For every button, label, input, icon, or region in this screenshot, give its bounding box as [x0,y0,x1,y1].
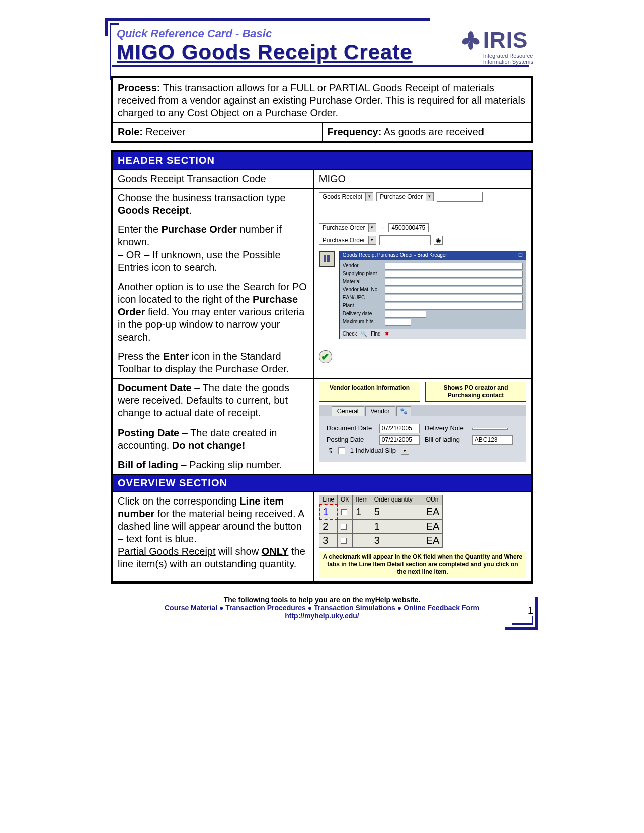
find-icon: 🔍 [361,331,367,338]
sap-po-value: 4500000475 [389,224,429,232]
grid-h-line: Line [319,495,338,505]
frequency-label: Frequency: [328,126,382,137]
possible-entries-icon[interactable]: ◉ [434,236,443,245]
callout-vendor: Vendor location information [319,382,420,402]
grid-item-3 [353,534,371,548]
grid-h-oun: OUn [423,495,443,505]
sap-dd2-text: Purchase Order [377,193,426,201]
ps-f0: Vendor [343,263,383,269]
cancel-icon[interactable]: ✖ [385,331,389,338]
sap-po-label: Purchase Order [319,224,368,232]
frequency-value: As goods are received [384,126,484,137]
sap-blank-field[interactable] [437,192,483,202]
ps-f2: Material [343,279,383,285]
ps-f4: EAN/UPC [343,295,383,301]
ok-checkbox[interactable] [341,524,347,530]
instruction-box: HEADER SECTION Goods Receipt Transaction… [111,150,533,584]
slip-text: 1 Individual Slip [350,447,396,455]
grid-oun-1: EA [423,505,443,519]
r4-b: Enter [163,351,189,362]
ps-inp[interactable] [385,295,523,302]
svg-rect-4 [324,255,326,262]
grid-qty-2: 1 [371,519,423,534]
page-subtitle: Quick Reference Card - Basic [117,27,533,40]
po-search-title: Goods Receipt Purchase Order - Brad Krea… [343,252,447,259]
po-search-find[interactable]: Find [371,331,380,338]
ov-p2a: Partial Goods Receipt [118,546,216,557]
footer-line1: The following tools to help you are on t… [111,596,533,604]
po-search-check[interactable]: Check [343,331,357,338]
grid-line-1[interactable]: 1 [319,505,338,519]
close-icon[interactable]: ☐ [518,252,523,259]
tab-vendor[interactable]: Vendor [365,406,395,416]
footer-url[interactable]: http://myhelp.uky.edu/ [111,612,533,620]
tab-extra-icon[interactable]: 🐾 [396,406,411,416]
ps-inp[interactable] [385,303,523,310]
delnote-value[interactable] [472,428,508,430]
ps-inp[interactable] [385,311,426,318]
print-icon[interactable]: 🖨 [327,447,333,455]
grid-line-2[interactable]: 2 [319,519,338,534]
grid-line-3[interactable]: 3 [319,534,338,548]
r3-a: Enter the [118,224,162,235]
sap-dropdown-goods-receipt[interactable]: Goods Receipt ▾ [319,192,373,201]
grid-row[interactable]: 3 3 EA [319,534,443,548]
grid-oun-2: EA [423,519,443,534]
role-value: Receiver [146,126,186,137]
process-label: Process: [118,82,160,93]
grid-oun-3: EA [423,534,443,548]
sap-dd1-text: Goods Receipt [319,193,365,201]
r5-post-c: Do not change! [172,440,246,451]
r3-or: – OR – If unknown, use the Possible Entr… [118,248,308,274]
postdate-label: Posting Date [327,436,374,444]
callout-creator: Shows PO creator and Purchasing contact [425,382,526,402]
sap-dropdown-purchase-order[interactable]: Purchase Order ▾ [376,192,434,201]
sap-po-label-2: Purchase Order [319,237,368,244]
corner-bottom-right-inner [512,616,533,625]
ps-f5: Plant [343,303,383,309]
ov-p2b: will show [216,546,262,557]
r5-post-a: Posting Date [118,427,179,438]
line-item-grid: Line OK Item Order quantity OUn 1 1 5 EA [319,495,443,548]
ps-inp[interactable] [385,279,523,286]
dropdown-icon: ▾ [365,193,373,201]
ps-inp[interactable] [385,287,523,294]
sap-po-empty-field[interactable] [379,235,431,245]
grid-row[interactable]: 2 1 EA [319,519,443,534]
r5-bill-a: Bill of lading [118,459,178,470]
delnote-label: Delivery Note [425,424,467,432]
search-po-icon[interactable] [319,251,335,267]
grid-item-2 [353,519,371,534]
corner-bottom-right-outer [505,597,538,630]
sap-po-value-field[interactable]: 4500000475 [388,223,429,232]
docdate-value[interactable]: 07/21/2005 [379,424,420,433]
ps-f7: Maximum hits [343,319,383,325]
sap-po-label-field-2[interactable]: Purchase Order ▾ [319,236,376,245]
dropdown-icon: ▾ [368,224,376,232]
tab-general[interactable]: General [332,406,364,416]
ps-inp[interactable] [385,319,411,326]
row2-text-c: . [189,205,192,216]
bill-label: Bill of lading [425,436,467,444]
bill-value[interactable]: ABC123 [472,435,513,445]
postdate-value[interactable]: 07/21/2005 [379,435,420,445]
sap-header-panel: General Vendor 🐾 Document Date 07/21/200… [319,405,526,462]
sap-po-label-field[interactable]: Purchase Order ▾ [319,223,376,232]
ps-inp[interactable] [385,271,523,278]
r3-b: Purchase Order [162,224,237,235]
ok-checkbox[interactable] [341,538,347,544]
ps-f3: Vendor Mat. No. [343,287,383,293]
ps-inp[interactable] [385,263,523,270]
checkbox-slip[interactable] [338,447,345,454]
ok-checkbox[interactable] [341,509,347,515]
title-rule [112,65,529,67]
dropdown-icon: ▾ [368,236,376,244]
grid-h-ok: OK [338,495,353,505]
dropdown-icon[interactable]: ▾ [401,447,409,455]
process-text: This transaction allows for a FULL or PA… [118,82,525,118]
grid-row[interactable]: 1 1 5 EA [319,505,443,519]
enter-check-icon[interactable]: ✔ [319,350,332,363]
page-title: MIGO Goods Receipt Create [117,40,533,64]
svg-rect-5 [327,255,330,262]
row1-right: MIGO [313,170,531,189]
